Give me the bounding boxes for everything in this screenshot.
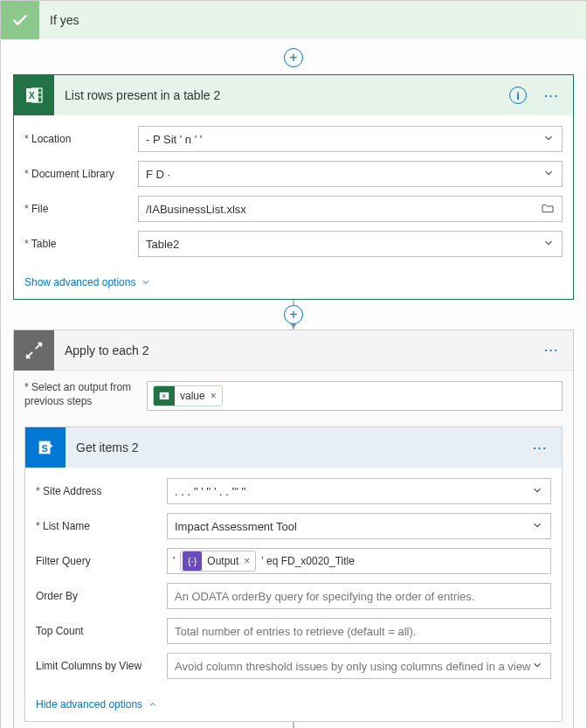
remove-token-icon[interactable]: × — [244, 555, 250, 567]
limitcols-label: Limit Columns by View — [36, 660, 167, 672]
chevron-down-icon — [542, 237, 555, 252]
output-token[interactable]: {·} Output × — [180, 551, 256, 572]
apply-to-each-card: Apply to each 2 ··· Select an output fro… — [13, 329, 574, 728]
excel-icon: X — [14, 75, 54, 115]
ellipsis-menu[interactable]: ··· — [528, 441, 553, 454]
table-select[interactable]: Table2 — [138, 231, 563, 257]
topcount-input[interactable]: Total number of entries to retrieve (def… — [167, 618, 551, 644]
orderby-label: Order By — [36, 590, 167, 602]
location-select[interactable]: - P Sit ' n ' ' — [138, 126, 563, 152]
add-step-wrap: + — [1, 39, 586, 74]
filter-row: Filter Query ' {·} Output × ' eq FD_x002… — [36, 548, 551, 574]
limitcols-row: Limit Columns by View Avoid column thres… — [36, 653, 551, 679]
apply-body: Select an output from previous steps X v… — [14, 371, 573, 728]
topcount-label: Top Count — [36, 625, 167, 637]
svg-text:S: S — [41, 443, 47, 454]
apply-select-row: Select an output from previous steps X v… — [24, 381, 563, 411]
info-icon[interactable]: i — [509, 87, 527, 104]
site-row: Site Address . . . '' ' '' ' . . ''' '' — [36, 478, 551, 504]
limitcols-select[interactable]: Avoid column threshold issues by only us… — [167, 653, 551, 679]
excel-card-body: Location - P Sit ' n ' ' Document Librar… — [14, 115, 573, 271]
topcount-row: Top Count Total number of entries to ret… — [36, 618, 551, 644]
svg-text:X: X — [29, 91, 35, 101]
show-advanced-link[interactable]: Show advanced options — [14, 271, 162, 299]
hide-advanced-link[interactable]: Hide advanced options — [25, 693, 169, 721]
apply-title: Apply to each 2 — [65, 343, 539, 357]
loop-icon — [14, 330, 54, 371]
list-label: List Name — [36, 520, 167, 532]
excel-icon: X — [154, 385, 175, 406]
apply-select-input[interactable]: X value × — [147, 381, 563, 411]
chevron-down-icon — [542, 132, 555, 147]
sp-card-body: Site Address . . . '' ' '' ' . . ''' '' … — [25, 468, 562, 693]
remove-token-icon[interactable]: × — [211, 390, 217, 402]
chevron-down-icon — [141, 277, 151, 288]
list-select[interactable]: Impact Assessment Tool — [167, 513, 551, 539]
chevron-down-icon — [542, 167, 555, 182]
table-row: Table Table2 — [24, 231, 563, 257]
table-label: Table — [24, 238, 138, 250]
ellipsis-menu[interactable]: ··· — [539, 343, 564, 357]
orderby-row: Order By An ODATA orderBy query for spec… — [36, 583, 551, 609]
flow-container: If yes + X List rows present in a table … — [0, 0, 587, 728]
add-step-button[interactable]: + — [284, 305, 303, 324]
svg-text:X: X — [162, 393, 166, 399]
connector-arrow: + — [1, 300, 586, 329]
chevron-down-icon — [531, 484, 543, 499]
excel-card-header[interactable]: X List rows present in a table 2 i ··· — [14, 75, 573, 115]
ellipsis-menu[interactable]: ··· — [539, 89, 564, 102]
orderby-input[interactable]: An ODATA orderBy query for specifying th… — [167, 583, 551, 609]
file-row: File /IABusinessList.xlsx — [24, 196, 563, 222]
sp-card-header[interactable]: S Get items 2 ··· — [25, 427, 562, 468]
location-row: Location - P Sit ' n ' ' — [24, 126, 563, 152]
excel-action-card: X List rows present in a table 2 i ··· L… — [13, 74, 574, 300]
expression-icon: {·} — [183, 551, 202, 571]
site-label: Site Address — [36, 485, 167, 497]
excel-card-title: List rows present in a table 2 — [65, 88, 509, 102]
folder-icon[interactable] — [541, 201, 555, 218]
sharepoint-action-card: S Get items 2 ··· Site Address . . . '' … — [24, 426, 563, 722]
chevron-up-icon — [148, 699, 158, 710]
doclib-label: Document Library — [24, 168, 138, 180]
location-label: Location — [24, 133, 138, 145]
filter-input[interactable]: ' {·} Output × ' eq FD_x0020_Title — [167, 548, 551, 574]
chevron-down-icon — [531, 519, 543, 534]
apply-select-label: Select an output from previous steps — [24, 381, 138, 408]
list-row: List Name Impact Assessment Tool — [36, 513, 551, 539]
file-label: File — [24, 203, 138, 215]
sp-card-title: Get items 2 — [76, 440, 528, 454]
condition-title: If yes — [50, 13, 79, 27]
site-select[interactable]: . . . '' ' '' ' . . ''' '' — [167, 478, 551, 504]
doclib-row: Document Library F D · — [24, 161, 563, 187]
connector-arrow — [24, 722, 563, 728]
file-input[interactable]: /IABusinessList.xlsx — [138, 196, 563, 222]
condition-header[interactable]: If yes — [1, 1, 586, 39]
checkmark-icon — [1, 1, 39, 39]
apply-header[interactable]: Apply to each 2 ··· — [14, 330, 573, 371]
doclib-select[interactable]: F D · — [138, 161, 563, 187]
filter-label: Filter Query — [36, 555, 167, 567]
sharepoint-icon: S — [25, 427, 66, 468]
chevron-down-icon — [531, 659, 543, 674]
add-step-button[interactable]: + — [284, 48, 303, 67]
value-token[interactable]: X value × — [153, 385, 223, 406]
